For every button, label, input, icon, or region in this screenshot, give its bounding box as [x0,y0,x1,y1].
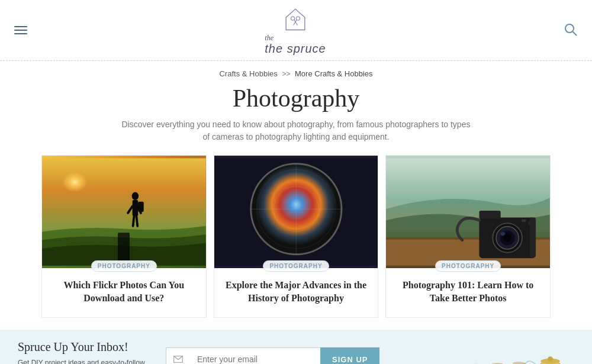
search-button[interactable] [561,20,580,41]
hamburger-icon [14,30,27,31]
article-image-2 [214,156,378,268]
newsletter-description: Get DIY project ideas and easy-to-follow… [18,357,148,364]
svg-line-15 [136,216,137,226]
article-card[interactable]: PHOTOGRAPHY Photography 101: Learn How t… [385,155,551,318]
article-card[interactable]: PHOTOGRAPHY Explore the Major Advances i… [214,155,379,318]
svg-point-6 [565,24,574,33]
site-logo[interactable]: the the spruce [265,6,326,54]
svg-rect-36 [522,219,526,222]
logo-name: the spruce [265,43,326,54]
logo-icon [282,6,308,32]
logo-the: the [265,34,274,42]
svg-rect-11 [133,200,139,216]
article-title: Explore the Major Advances in the Histor… [214,272,378,317]
search-icon [564,22,578,37]
svg-point-10 [132,192,139,200]
breadcrumb-separator: >> [282,70,290,78]
svg-point-51 [548,356,553,362]
article-tag-wrap: PHOTOGRAPHY [214,260,378,272]
svg-point-34 [504,234,511,241]
email-input[interactable] [190,347,320,364]
svg-point-1 [296,17,300,20]
email-icon [166,347,190,364]
svg-point-46 [513,362,525,364]
article-tag: PHOTOGRAPHY [263,260,329,272]
svg-line-2 [294,20,295,22]
article-title: Which Flickr Photos Can You Download and… [42,272,206,317]
article-tag: PHOTOGRAPHY [435,260,501,272]
svg-rect-30 [480,211,501,218]
breadcrumb-parent-link[interactable]: Crafts & Hobbies [219,69,277,78]
site-header: the the spruce [0,0,592,61]
svg-rect-38 [530,218,536,257]
svg-line-5 [295,22,298,25]
breadcrumb-current: More Crafts & Hobbies [295,69,373,78]
svg-line-14 [133,216,134,226]
article-image-3 [386,156,550,268]
newsletter-title: Spruce Up Your Inbox! [18,340,148,354]
hamburger-icon [14,33,27,34]
svg-point-9 [56,167,118,218]
page-subtitle: Discover everything you need to know abo… [118,118,474,143]
article-grid: PHOTOGRAPHY Which Flickr Photos Can You … [0,155,592,318]
breadcrumb: Crafts & Hobbies >> More Crafts & Hobbie… [0,61,592,82]
menu-button[interactable] [12,21,30,39]
article-tag-wrap: PHOTOGRAPHY [386,260,550,272]
article-title: Photography 101: Learn How to Take Bette… [386,272,550,317]
svg-rect-16 [138,202,144,212]
newsletter-text-block: Spruce Up Your Inbox! Get DIY project id… [18,340,148,364]
svg-line-7 [572,31,577,36]
newsletter-banner: Spruce Up Your Inbox! Get DIY project id… [0,330,592,364]
signup-button[interactable]: SIGN UP [320,347,379,364]
svg-point-0 [291,17,295,20]
article-card[interactable]: PHOTOGRAPHY Which Flickr Photos Can You … [41,155,207,318]
tea-illustration [468,342,574,364]
article-image-1 [42,156,206,268]
svg-line-4 [293,22,295,25]
article-tag-wrap: PHOTOGRAPHY [42,260,206,272]
page-title: Photography [0,84,592,112]
hamburger-icon [14,26,27,27]
tea-svg [468,336,574,364]
logo-text-group: the the spruce [265,32,326,54]
article-tag: PHOTOGRAPHY [91,260,157,272]
svg-line-3 [295,20,297,22]
